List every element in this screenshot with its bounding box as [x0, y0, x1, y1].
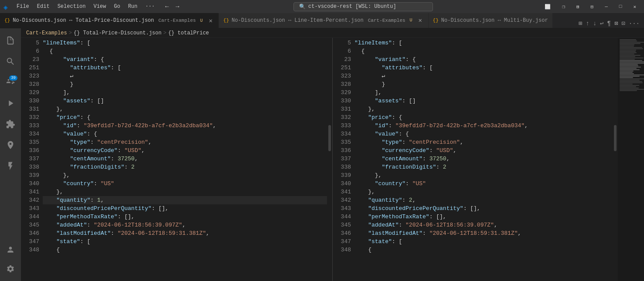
- minimap-line: [620, 42, 644, 43]
- line-number: 341: [333, 188, 351, 196]
- code-line: {: [354, 47, 613, 55]
- inline-diff-button[interactable]: ⊠: [613, 19, 619, 28]
- tab-3[interactable]: {} No-Discounts.json ↔ Multi-Buy.jsor: [429, 13, 553, 28]
- left-editor-pane: 5623251323328329330331332333334335336337…: [21, 38, 332, 281]
- line-number: 5: [21, 39, 39, 47]
- line-number: 23: [333, 55, 351, 64]
- right-scrollbar[interactable]: [613, 38, 618, 281]
- activity-remote[interactable]: [2, 136, 19, 154]
- breadcrumb-part-2[interactable]: {} Total-Price-Discount.json: [74, 30, 162, 36]
- menu-edit[interactable]: Edit: [34, 3, 53, 10]
- line-number: 251: [21, 64, 39, 72]
- minimap-line: [620, 51, 636, 52]
- line-number: 331: [333, 105, 351, 113]
- tab-2[interactable]: {} No-Discounts.json ↔ Line-Item-Percent…: [219, 13, 429, 28]
- testing-icon: [6, 161, 15, 171]
- minimap-line: [620, 86, 636, 87]
- tab-2-close[interactable]: ✕: [417, 17, 424, 24]
- right-minimap: [618, 38, 644, 281]
- breadcrumb-part-1[interactable]: Cart-Examples: [26, 30, 67, 36]
- close-button[interactable]: ✕: [629, 0, 641, 13]
- run-debug-icon: [6, 98, 15, 108]
- activity-testing[interactable]: [2, 157, 19, 175]
- line-number: 347: [333, 237, 351, 246]
- panel-layout-button[interactable]: ⊞: [572, 0, 584, 13]
- split-right-button[interactable]: ↩: [599, 19, 604, 28]
- side-diff-button[interactable]: ⊡: [620, 19, 626, 28]
- left-scrollbar[interactable]: [327, 38, 332, 281]
- split-editor-button[interactable]: ❐: [558, 0, 569, 13]
- line-number: 348: [21, 246, 39, 254]
- code-line: "discountedPricePerQuantity": [],: [354, 204, 613, 213]
- tab-2-badge: U: [408, 17, 414, 23]
- menu-view[interactable]: View: [90, 3, 109, 10]
- activity-settings[interactable]: [2, 260, 19, 278]
- open-editors-button[interactable]: ⊞: [578, 19, 583, 28]
- files-icon: [6, 36, 15, 45]
- activity-run-debug[interactable]: [2, 95, 19, 112]
- scroll-left-button[interactable]: ↑: [585, 19, 590, 28]
- code-line: "assets": []: [43, 97, 327, 105]
- menu-go[interactable]: Go: [110, 3, 123, 10]
- code-line: },: [354, 188, 613, 196]
- code-line: "centAmount": 37250,: [354, 155, 613, 163]
- minimap-line: [620, 77, 633, 78]
- tab-1-icon: {}: [4, 18, 10, 23]
- line-number: 346: [333, 229, 351, 237]
- line-number: 336: [333, 146, 351, 155]
- tab-1-close[interactable]: ✕: [207, 17, 214, 24]
- activity-bar: 39: [0, 28, 21, 281]
- minimap-line: [620, 58, 644, 58]
- minimap-line: [620, 41, 637, 41]
- scroll-right-button[interactable]: ↓: [592, 19, 597, 28]
- left-scrollbar-thumb[interactable]: [328, 125, 331, 151]
- activity-search[interactable]: [2, 53, 19, 70]
- line-number: 330: [21, 97, 39, 105]
- menu-selection[interactable]: Selection: [54, 3, 89, 10]
- line-number: 338: [21, 163, 39, 171]
- code-line: "type": "centPrecision",: [354, 138, 613, 146]
- overflow-button[interactable]: ···: [628, 19, 641, 28]
- nav-forward-button[interactable]: →: [174, 3, 181, 10]
- search-icon: 🔍: [299, 3, 306, 10]
- activity-source-control[interactable]: 39: [2, 74, 19, 91]
- code-line: "variant": {: [43, 55, 327, 64]
- left-code-area[interactable]: 5623251323328329330331332333334335336337…: [21, 38, 332, 281]
- menu-run[interactable]: Run: [125, 3, 141, 10]
- code-line: "id": "39efd1d7-b72d-422b-a7cf-e2b3a2dba…: [43, 122, 327, 130]
- activity-extensions[interactable]: [2, 115, 19, 133]
- search-bar[interactable]: 🔍 ct-vscode-rest [WSL: Ubuntu]: [293, 2, 433, 11]
- menu-more[interactable]: ···: [142, 3, 158, 10]
- remote-icon: [6, 140, 15, 150]
- customize-layout-button[interactable]: ⊟: [586, 0, 598, 13]
- code-line: "currencyCode": "USD",: [43, 146, 327, 155]
- nav-back-button[interactable]: ←: [164, 3, 170, 10]
- line-number: 344: [333, 213, 351, 221]
- minimize-button[interactable]: —: [600, 0, 612, 13]
- code-line: "value": {: [354, 130, 613, 138]
- menu-file[interactable]: File: [13, 3, 33, 10]
- line-number: 347: [21, 237, 39, 246]
- right-code-area[interactable]: 5623251323328329330331332333334335336337…: [333, 38, 644, 281]
- more-actions-button[interactable]: ¶: [607, 19, 612, 28]
- tab-1[interactable]: {} No-Discounts.json ↔ Total-Price-Disco…: [0, 13, 219, 28]
- code-line: "discountedPricePerQuantity": [],: [43, 204, 327, 213]
- code-line: "fractionDigits": 2: [354, 163, 613, 171]
- minimap-line: [620, 46, 634, 47]
- right-line-numbers: 5623251323328329330331332333334335336337…: [333, 38, 354, 281]
- minimap-line: [620, 85, 639, 86]
- layout-toggle-button[interactable]: ⬜: [540, 0, 555, 13]
- breadcrumb-part-3[interactable]: {} totalPrice: [168, 30, 209, 36]
- activity-accounts[interactable]: [2, 241, 19, 258]
- line-number: 328: [333, 80, 351, 88]
- right-editor-pane: 5623251323328329330331332333334335336337…: [332, 38, 644, 281]
- minimap-line: [620, 84, 633, 85]
- restore-button[interactable]: □: [615, 0, 627, 13]
- activity-explorer[interactable]: [2, 32, 19, 49]
- accounts-icon: [6, 245, 15, 254]
- right-scrollbar-thumb[interactable]: [614, 125, 617, 151]
- minimap-line: [620, 67, 641, 68]
- minimap-line: [620, 65, 638, 66]
- line-number: 329: [21, 88, 39, 97]
- line-number: 334: [333, 130, 351, 138]
